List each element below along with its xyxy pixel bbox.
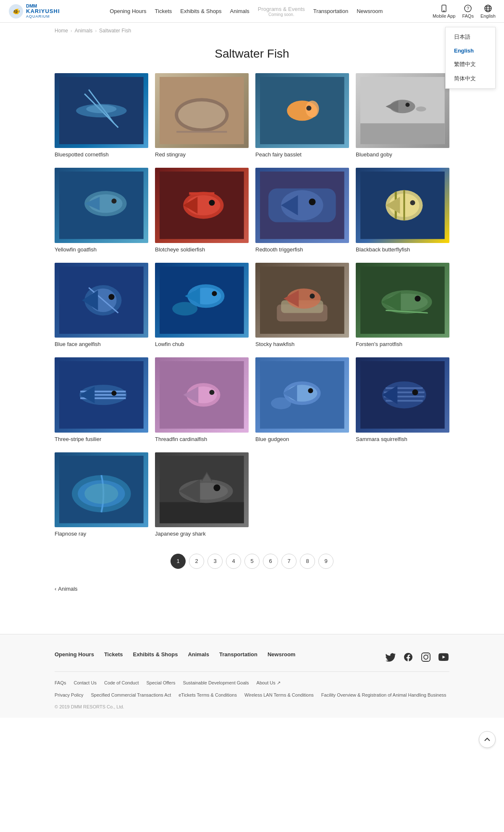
- page-btn-4[interactable]: 4: [226, 554, 241, 569]
- lang-japanese[interactable]: 日本語: [446, 30, 495, 44]
- fish-name: Blue face angelfish: [55, 341, 148, 347]
- footer-nav-opening-hours[interactable]: Opening Hours: [55, 651, 94, 658]
- page-btn-8[interactable]: 8: [300, 554, 315, 569]
- footer-link-facility[interactable]: Facility Overview & Registration of Anim…: [321, 692, 446, 697]
- page-btn-2[interactable]: 2: [189, 554, 204, 569]
- fish-image: [255, 73, 349, 148]
- list-item[interactable]: Blotcheye soldierfish: [155, 168, 249, 252]
- back-label: Animals: [58, 586, 77, 592]
- fish-grid: Bluespotted cornetfish Red stingray: [55, 73, 449, 537]
- nav-tickets[interactable]: Tickets: [155, 8, 172, 14]
- nav-programs-events[interactable]: Programs & Events Coming soon.: [258, 6, 305, 17]
- list-item[interactable]: Lowfin chub: [155, 263, 249, 347]
- nav-opening-hours[interactable]: Opening Hours: [110, 8, 146, 14]
- svg-point-116: [428, 654, 429, 655]
- footer-link-privacy[interactable]: Privacy Policy: [55, 692, 83, 697]
- instagram-icon[interactable]: [420, 651, 432, 663]
- nav-transportation[interactable]: Transportation: [313, 8, 348, 14]
- main-content: Saltwater Fish Bluespotted cornetfish: [0, 47, 504, 634]
- svg-rect-108: [160, 502, 244, 523]
- footer-nav-transportation[interactable]: Transportation: [219, 651, 257, 658]
- language-button[interactable]: English 日本語 English 繁體中文 简体中文: [480, 4, 496, 18]
- list-item[interactable]: Bluespotted cornetfish: [55, 73, 148, 158]
- list-item[interactable]: Threadfin cardinalfish: [155, 357, 249, 442]
- svg-rect-114: [422, 653, 430, 661]
- footer: Opening Hours Tickets Exhibits & Shops A…: [0, 634, 504, 718]
- logo[interactable]: 🐠 DMM KARIYUSHI AQUARIUM: [8, 3, 60, 18]
- fish-name: Blotcheye soldierfish: [155, 246, 249, 253]
- breadcrumb-sep-1: ›: [71, 28, 72, 33]
- fish-name: Forsten's parrotfish: [356, 341, 449, 347]
- footer-nav-animals[interactable]: Animals: [188, 651, 209, 658]
- list-item[interactable]: Sammara squirrelfish: [356, 357, 449, 442]
- page-btn-3[interactable]: 3: [207, 554, 223, 569]
- list-item[interactable]: Flapnose ray: [55, 452, 148, 537]
- list-item[interactable]: Peach fairy basslet: [255, 73, 349, 158]
- list-item[interactable]: Red stingray: [155, 73, 249, 158]
- mobile-icon: [440, 4, 448, 13]
- page-btn-7[interactable]: 7: [281, 554, 297, 569]
- fish-image: [55, 73, 148, 148]
- nav-exhibits-shops[interactable]: Exhibits & Shops: [180, 8, 221, 14]
- logo-icon: 🐠: [8, 4, 24, 19]
- lang-traditional-chinese[interactable]: 繁體中文: [446, 57, 495, 71]
- page-btn-6[interactable]: 6: [263, 554, 278, 569]
- footer-link-code-of-conduct[interactable]: Code of Conduct: [104, 680, 139, 686]
- fish-image: [255, 263, 349, 338]
- svg-point-74: [415, 296, 421, 301]
- nav-animals[interactable]: Animals: [230, 8, 249, 14]
- list-item[interactable]: Japanese gray shark: [155, 452, 249, 537]
- lang-english[interactable]: English: [446, 44, 495, 57]
- back-to-animals[interactable]: ‹ Animals: [55, 586, 449, 592]
- fish-image: [356, 73, 449, 148]
- header-tools: Mobile App ? FAQs English 日本語 English 繁體…: [433, 4, 496, 18]
- footer-nav-newsroom[interactable]: Newsroom: [268, 651, 295, 658]
- footer-link-wireless-lan[interactable]: Wireless LAN Terms & Conditions: [244, 692, 314, 697]
- breadcrumb-animals[interactable]: Animals: [75, 28, 93, 34]
- page-btn-9[interactable]: 9: [318, 554, 333, 569]
- footer-link-about-us[interactable]: About Us ↗: [257, 680, 281, 686]
- svg-point-49: [410, 201, 415, 206]
- svg-text:🐠: 🐠: [13, 8, 20, 15]
- svg-point-15: [86, 105, 116, 113]
- page-title: Saltwater Fish: [55, 47, 449, 61]
- breadcrumb: Home › Animals › Saltwater Fish: [0, 23, 504, 39]
- footer-link-special-offers[interactable]: Special Offers: [147, 680, 176, 686]
- footer-sub-links-2: Privacy Policy Specified Commercial Tran…: [55, 692, 449, 697]
- faqs-button[interactable]: ? FAQs: [462, 4, 474, 18]
- footer-link-contact[interactable]: Contact Us: [74, 680, 97, 686]
- footer-nav-tickets[interactable]: Tickets: [104, 651, 123, 658]
- page-btn-5[interactable]: 5: [244, 554, 260, 569]
- facebook-icon[interactable]: [402, 651, 414, 663]
- youtube-icon[interactable]: [438, 651, 449, 663]
- footer-link-etickets[interactable]: eTickets Terms & Conditions: [178, 692, 237, 697]
- list-item[interactable]: Redtooth triggerfish: [255, 168, 349, 252]
- lang-simplified-chinese[interactable]: 简体中文: [446, 71, 495, 86]
- fish-name: Yellowfin goatfish: [55, 246, 148, 253]
- fish-name: Redtooth triggerfish: [255, 246, 349, 253]
- svg-point-27: [406, 103, 410, 107]
- svg-text:?: ?: [467, 6, 469, 11]
- nav-newsroom[interactable]: Newsroom: [357, 8, 383, 14]
- list-item[interactable]: Stocky hawkfish: [255, 263, 349, 347]
- list-item[interactable]: Three-stripe fusilier: [55, 357, 148, 442]
- svg-point-94: [271, 397, 291, 409]
- footer-link-sdg[interactable]: Sustainable Development Goals: [183, 680, 249, 686]
- twitter-icon[interactable]: [385, 651, 396, 663]
- list-item[interactable]: Forsten's parrotfish: [356, 263, 449, 347]
- footer-nav-exhibits-shops[interactable]: Exhibits & Shops: [133, 651, 178, 658]
- list-item[interactable]: Yellowfin goatfish: [55, 168, 148, 252]
- fish-name: Japanese gray shark: [155, 531, 249, 537]
- footer-nav: Opening Hours Tickets Exhibits & Shops A…: [55, 651, 295, 658]
- list-item[interactable]: Blueband goby: [356, 73, 449, 158]
- breadcrumb-home[interactable]: Home: [55, 28, 68, 34]
- list-item[interactable]: Blackback butterflyfish: [356, 168, 449, 252]
- page-btn-1[interactable]: 1: [171, 554, 186, 569]
- footer-link-commercial-transactions[interactable]: Specified Commercial Transactions Act: [91, 692, 171, 697]
- footer-link-faqs[interactable]: FAQs: [55, 680, 66, 686]
- fish-image: [55, 357, 148, 432]
- mobile-app-button[interactable]: Mobile App: [433, 4, 455, 18]
- list-item[interactable]: Blue face angelfish: [55, 263, 148, 347]
- svg-point-101: [412, 389, 418, 395]
- list-item[interactable]: Blue gudgeon: [255, 357, 349, 442]
